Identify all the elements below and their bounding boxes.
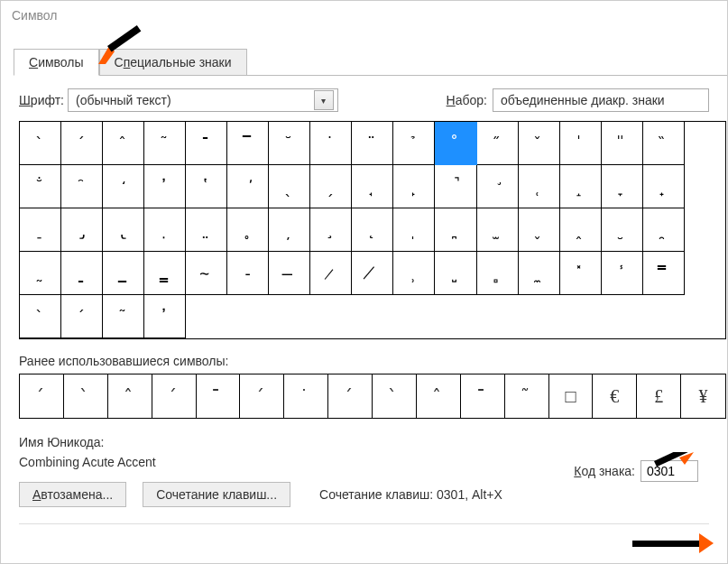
recent-symbol-cell[interactable]: £ bbox=[637, 374, 681, 418]
symbol-cell[interactable]: ̹ bbox=[393, 252, 435, 295]
font-select-value: (обычный текст) bbox=[76, 93, 171, 107]
symbol-cell[interactable]: ̀ bbox=[20, 122, 61, 165]
autocorrect-button[interactable]: Автозамена... bbox=[19, 482, 126, 507]
recent-symbol-cell[interactable]: ́ bbox=[152, 374, 197, 418]
symbol-cell[interactable]: ̈ bbox=[352, 122, 393, 165]
symbol-cell[interactable]: ̐ bbox=[20, 165, 61, 208]
symbol-cell[interactable]: ̙ bbox=[393, 165, 435, 208]
recent-symbol-cell[interactable]: ̀ bbox=[64, 374, 108, 418]
symbol-grid: ̀ ́ ̂ ̃ ̄ ̅ ̆ ̇ ̈ ̉ ̊ ̋ ̌ ̍ ̎ ̏ ̐ ̑ ̒ ̓ … bbox=[19, 121, 726, 339]
symbol-cell[interactable]: ̀ bbox=[20, 295, 61, 338]
tab-special-characters[interactable]: Специальные знаки bbox=[99, 49, 247, 76]
symbol-cell[interactable]: ̽ bbox=[560, 252, 602, 295]
recent-symbol-cell[interactable]: ̀ bbox=[373, 374, 417, 418]
symbol-cell[interactable]: ̓ bbox=[144, 295, 186, 338]
symbol-cell[interactable]: ̯ bbox=[643, 208, 685, 252]
subset-select[interactable]: объединенные диакр. знаки bbox=[493, 88, 709, 112]
symbol-cell[interactable]: ̢ bbox=[103, 208, 144, 252]
symbol-cell[interactable]: ́ bbox=[61, 295, 103, 338]
symbol-cell[interactable]: ̃ bbox=[144, 122, 186, 165]
symbol-cell[interactable]: ̅ bbox=[227, 122, 269, 165]
symbol-cell[interactable]: ̶ bbox=[269, 252, 310, 295]
symbol-cell[interactable]: ̠ bbox=[20, 208, 61, 252]
recent-symbol-cell[interactable]: ́ bbox=[240, 374, 284, 418]
symbol-cell[interactable]: ̡ bbox=[61, 208, 103, 252]
symbol-cell[interactable]: ̩ bbox=[393, 208, 435, 252]
code-label: Код знака: bbox=[574, 464, 635, 478]
symbol-cell[interactable]: ̵ bbox=[227, 252, 269, 295]
symbol-cell[interactable]: ̘ bbox=[352, 165, 393, 208]
symbol-cell[interactable]: ̿ bbox=[643, 252, 685, 295]
character-code-input[interactable] bbox=[640, 460, 698, 482]
symbol-cell[interactable]: ̂ bbox=[103, 122, 144, 165]
symbol-cell[interactable]: ̝ bbox=[560, 165, 602, 208]
symbol-cell[interactable]: ̌ bbox=[519, 122, 560, 165]
recent-symbol-cell[interactable]: ́ bbox=[20, 374, 64, 418]
symbol-cell[interactable]: ̜ bbox=[519, 165, 560, 208]
font-select[interactable]: (обычный текст) ▾ bbox=[68, 88, 338, 112]
symbol-cell[interactable]: ̸ bbox=[352, 252, 393, 295]
symbol-cell[interactable]: ̟ bbox=[643, 165, 685, 208]
shortcut-info: Сочетание клавиш: 0301, Alt+X bbox=[319, 487, 502, 502]
symbol-cell[interactable]: ̑ bbox=[61, 165, 103, 208]
annotation-arrow bbox=[632, 533, 714, 558]
symbol-cell[interactable]: ̷ bbox=[310, 252, 352, 295]
symbol-cell[interactable]: ̕ bbox=[227, 165, 269, 208]
symbol-cell[interactable]: ̚ bbox=[435, 165, 476, 208]
symbol-cell[interactable]: ̍ bbox=[560, 122, 602, 165]
recent-symbol-cell[interactable]: ̃ bbox=[505, 374, 549, 418]
symbol-cell[interactable]: ̓ bbox=[144, 165, 186, 208]
symbol-cell[interactable]: ̼ bbox=[519, 252, 560, 295]
symbol-cell[interactable]: ̖ bbox=[269, 165, 310, 208]
symbol-cell[interactable]: ̋ bbox=[477, 122, 519, 165]
symbol-cell[interactable]: ͂ bbox=[103, 295, 144, 338]
symbol-cell[interactable]: ̭ bbox=[560, 208, 602, 252]
symbol-cell[interactable]: ̱ bbox=[61, 252, 103, 295]
symbol-cell[interactable]: ̞ bbox=[602, 165, 643, 208]
symbol-cell[interactable]: ̳ bbox=[144, 252, 186, 295]
symbol-cell[interactable]: ̺ bbox=[435, 252, 476, 295]
symbol-cell[interactable]: ̄ bbox=[186, 122, 227, 165]
symbol-cell[interactable]: ̥ bbox=[227, 208, 269, 252]
recent-symbol-cell[interactable]: ̄ bbox=[197, 374, 241, 418]
symbol-cell[interactable]: ̉ bbox=[393, 122, 435, 165]
dialog-title: Символ bbox=[1, 1, 727, 28]
symbol-cell[interactable]: ́ bbox=[61, 122, 103, 165]
symbol-cell[interactable]: ̆ bbox=[269, 122, 310, 165]
symbol-cell[interactable]: ̴ bbox=[186, 252, 227, 295]
symbol-cell[interactable]: ̫ bbox=[477, 208, 519, 252]
recent-symbol-cell[interactable]: □ bbox=[549, 374, 594, 418]
symbol-cell[interactable]: ̇ bbox=[310, 122, 352, 165]
tab-bar: Символы Специальные знаки bbox=[14, 48, 727, 76]
symbol-cell[interactable]: ̻ bbox=[477, 252, 519, 295]
symbol-cell[interactable]: ̎ bbox=[602, 122, 643, 165]
recent-symbol-cell[interactable]: ̄ bbox=[461, 374, 505, 418]
symbol-cell[interactable]: ̨ bbox=[352, 208, 393, 252]
symbol-cell[interactable]: ̣ bbox=[144, 208, 186, 252]
recent-symbol-cell[interactable]: ̂ bbox=[108, 374, 152, 418]
symbol-cell[interactable]: ̦ bbox=[269, 208, 310, 252]
symbol-cell[interactable]: ̪ bbox=[435, 208, 476, 252]
symbol-cell[interactable]: ̮ bbox=[602, 208, 643, 252]
chevron-down-icon[interactable]: ▾ bbox=[314, 90, 334, 110]
recent-symbol-cell[interactable]: ¥ bbox=[681, 374, 725, 418]
symbol-cell[interactable]: ̒ bbox=[103, 165, 144, 208]
symbol-cell[interactable]: ̤ bbox=[186, 208, 227, 252]
recent-symbol-cell[interactable]: ́ bbox=[328, 374, 373, 418]
symbol-cell[interactable]: ̰ bbox=[20, 252, 61, 295]
recent-symbol-cell[interactable]: ̂ bbox=[417, 374, 461, 418]
tab-symbols[interactable]: Символы bbox=[14, 49, 99, 76]
recent-symbol-cell[interactable]: € bbox=[593, 374, 637, 418]
recent-label: Ранее использовавшиеся символы: bbox=[19, 354, 709, 368]
symbol-cell[interactable]: ̲ bbox=[103, 252, 144, 295]
symbol-cell[interactable]: ̬ bbox=[519, 208, 560, 252]
symbol-cell[interactable]: ̊ bbox=[435, 122, 476, 165]
symbol-cell[interactable]: ̧ bbox=[310, 208, 352, 252]
symbol-cell[interactable]: ̗ bbox=[310, 165, 352, 208]
shortcut-key-button[interactable]: Сочетание клавиш... bbox=[143, 482, 290, 507]
recent-symbol-cell[interactable]: ̇ bbox=[284, 374, 328, 418]
symbol-cell[interactable]: ̏ bbox=[643, 122, 685, 165]
symbol-cell[interactable]: ̛ bbox=[477, 165, 519, 208]
symbol-cell[interactable]: ̔ bbox=[186, 165, 227, 208]
symbol-cell[interactable]: ̾ bbox=[602, 252, 643, 295]
